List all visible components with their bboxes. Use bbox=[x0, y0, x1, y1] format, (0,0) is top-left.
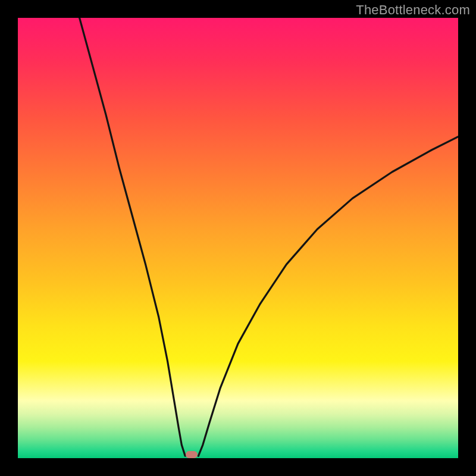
watermark-text: TheBottleneck.com bbox=[356, 2, 470, 18]
bottleneck-curve bbox=[18, 18, 458, 458]
curve-right-branch bbox=[198, 137, 458, 456]
plot-area bbox=[18, 18, 458, 458]
curve-left-branch bbox=[80, 18, 186, 456]
chart-frame: TheBottleneck.com bbox=[0, 0, 476, 476]
optimum-marker bbox=[186, 451, 198, 458]
